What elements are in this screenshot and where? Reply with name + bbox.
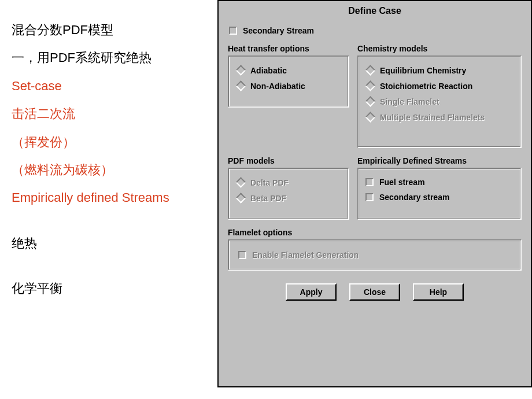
text-line-red: （挥发份） [12, 128, 220, 156]
secondary-stream-label: Secondary Stream [243, 26, 314, 35]
pdf-models-label: PDF models [228, 156, 349, 165]
diamond-radio-icon [235, 193, 246, 203]
radio-label: Equilibrium Chemistry [380, 66, 466, 75]
radio-beta-pdf: Beta PDF [235, 190, 342, 206]
radio-label: Adiabatic [250, 66, 287, 75]
chemistry-models-label: Chemistry models [357, 44, 522, 53]
text-line-red: Set-case [12, 72, 220, 100]
radio-label: Single Flamelet [380, 97, 439, 106]
checkbox-secondary-stream[interactable]: Secondary stream [364, 190, 515, 205]
radio-label: Multiple Strained Flamelets [380, 113, 485, 122]
radio-adiabatic[interactable]: Adiabatic [235, 62, 342, 78]
slide-text-area: 混合分数PDF模型 一，用PDF系统研究绝热 Set-case 击活二次流 （挥… [12, 16, 220, 303]
apply-button[interactable]: Apply [286, 283, 337, 301]
checkbox-icon [238, 251, 246, 259]
text-line: 绝热 [12, 230, 220, 257]
checkbox-label: Fuel stream [379, 178, 425, 187]
dialog-body: Secondary Stream Heat transfer options A… [219, 23, 531, 308]
radio-single-flamelet: Single Flamelet [364, 94, 515, 109]
diamond-radio-icon [235, 80, 246, 91]
radio-delta-pdf: Delta PDF [235, 175, 342, 190]
radio-equilibrium[interactable]: Equilibrium Chemistry [364, 62, 515, 78]
radio-label: Non-Adiabatic [250, 82, 305, 91]
text-line-red: （燃料流为碳核） [12, 156, 220, 184]
radio-label: Stoichiometric Reaction [380, 82, 472, 91]
radio-label: Delta PDF [250, 178, 289, 187]
heat-transfer-group: Adiabatic Non-Adiabatic [228, 56, 349, 108]
checkbox-label: Secondary stream [379, 193, 449, 202]
text-line: 混合分数PDF模型 [12, 16, 220, 44]
checkbox-icon [229, 27, 237, 35]
define-case-dialog: Define Case Secondary Stream Heat transf… [217, 0, 532, 387]
secondary-stream-checkbox-row[interactable]: Secondary Stream [228, 23, 522, 38]
checkbox-label: Enable Flamelet Generation [252, 250, 359, 260]
empirically-defined-streams-label: Empirically Defined Streams [357, 156, 522, 165]
dialog-title: Define Case [219, 1, 531, 23]
checkbox-icon [365, 193, 374, 201]
heat-transfer-label: Heat transfer options [228, 44, 349, 53]
diamond-radio-icon [365, 80, 375, 91]
checkbox-icon [365, 178, 374, 186]
checkbox-enable-flamelet: Enable Flamelet Generation [237, 247, 512, 263]
dialog-button-row: Apply Close Help [228, 283, 522, 301]
text-line: 化学平衡 [12, 275, 220, 302]
pdf-models-group: Delta PDF Beta PDF [228, 168, 349, 220]
diamond-radio-icon [235, 65, 246, 75]
radio-stoichiometric[interactable]: Stoichiometric Reaction [364, 78, 515, 94]
flamelet-options-group: Enable Flamelet Generation [228, 239, 522, 271]
close-button[interactable]: Close [349, 283, 400, 301]
radio-non-adiabatic[interactable]: Non-Adiabatic [235, 78, 342, 94]
text-line: 一，用PDF系统研究绝热 [12, 44, 220, 72]
radio-label: Beta PDF [250, 194, 286, 203]
text-line-red: Empirically defined Streams [12, 184, 220, 212]
diamond-radio-icon [365, 112, 375, 122]
diamond-radio-icon [365, 65, 375, 75]
diamond-radio-icon [235, 177, 246, 187]
text-line-red: 击活二次流 [12, 100, 220, 128]
checkbox-fuel-stream[interactable]: Fuel stream [364, 175, 515, 190]
chemistry-models-group: Equilibrium Chemistry Stoichiometric Rea… [357, 56, 522, 148]
radio-multiple-flamelets: Multiple Strained Flamelets [364, 109, 515, 125]
flamelet-options-label: Flamelet options [228, 228, 522, 237]
help-button[interactable]: Help [413, 283, 464, 301]
diamond-radio-icon [365, 96, 375, 106]
empirically-defined-streams-group: Fuel stream Secondary stream [357, 168, 522, 220]
